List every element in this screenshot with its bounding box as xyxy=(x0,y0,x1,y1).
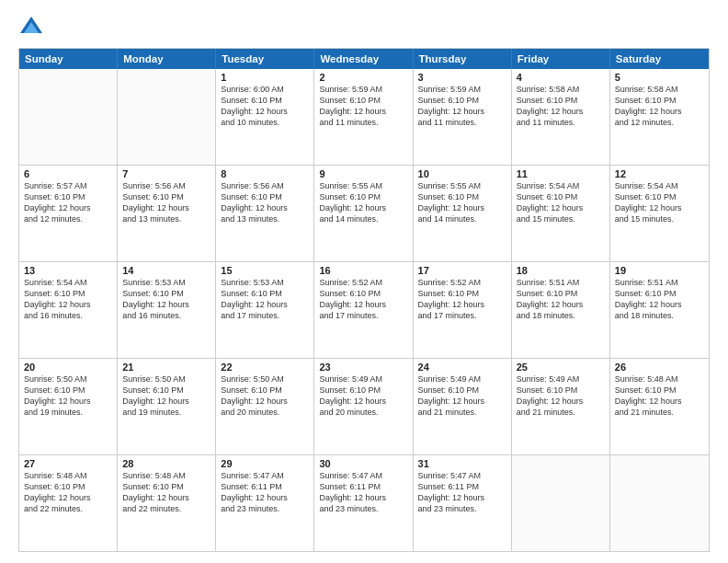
day-number: 21 xyxy=(122,362,210,373)
cell-info: Sunrise: 5:56 AM Sunset: 6:10 PM Dayligh… xyxy=(122,180,210,225)
calendar-cell: 18Sunrise: 5:51 AM Sunset: 6:10 PM Dayli… xyxy=(512,262,610,358)
day-number: 20 xyxy=(24,362,112,373)
calendar-cell: 11Sunrise: 5:54 AM Sunset: 6:10 PM Dayli… xyxy=(512,166,610,261)
page: SundayMondayTuesdayWednesdayThursdayFrid… xyxy=(0,0,728,563)
calendar-cell: 3Sunrise: 5:59 AM Sunset: 6:10 PM Daylig… xyxy=(414,69,512,165)
calendar-cell: 14Sunrise: 5:53 AM Sunset: 6:10 PM Dayli… xyxy=(118,262,216,358)
cell-info: Sunrise: 5:49 AM Sunset: 6:10 PM Dayligh… xyxy=(517,373,605,419)
calendar-cell: 28Sunrise: 5:48 AM Sunset: 6:10 PM Dayli… xyxy=(118,455,216,551)
day-number: 10 xyxy=(418,168,506,179)
day-number: 1 xyxy=(221,72,309,83)
calendar-cell: 21Sunrise: 5:50 AM Sunset: 6:10 PM Dayli… xyxy=(118,359,216,454)
day-number: 22 xyxy=(221,362,309,373)
day-number: 4 xyxy=(517,72,605,83)
calendar-cell: 10Sunrise: 5:55 AM Sunset: 6:10 PM Dayli… xyxy=(414,166,512,261)
calendar-cell: 15Sunrise: 5:53 AM Sunset: 6:10 PM Dayli… xyxy=(216,262,314,358)
day-number: 9 xyxy=(319,168,407,179)
calendar-cell: 6Sunrise: 5:57 AM Sunset: 6:10 PM Daylig… xyxy=(19,166,118,261)
cell-info: Sunrise: 5:54 AM Sunset: 6:10 PM Dayligh… xyxy=(517,180,605,225)
calendar-cell: 8Sunrise: 5:56 AM Sunset: 6:10 PM Daylig… xyxy=(216,166,314,261)
cell-info: Sunrise: 5:48 AM Sunset: 6:10 PM Dayligh… xyxy=(122,470,210,515)
cell-info: Sunrise: 5:49 AM Sunset: 6:10 PM Dayligh… xyxy=(319,373,407,419)
cell-info: Sunrise: 5:53 AM Sunset: 6:10 PM Dayligh… xyxy=(122,277,210,322)
calendar-cell: 4Sunrise: 5:58 AM Sunset: 6:10 PM Daylig… xyxy=(512,69,610,165)
calendar-cell: 24Sunrise: 5:49 AM Sunset: 6:10 PM Dayli… xyxy=(414,359,512,454)
cell-info: Sunrise: 5:47 AM Sunset: 6:11 PM Dayligh… xyxy=(221,470,309,515)
calendar-cell: 22Sunrise: 5:50 AM Sunset: 6:10 PM Dayli… xyxy=(216,359,314,454)
cell-info: Sunrise: 5:47 AM Sunset: 6:11 PM Dayligh… xyxy=(418,470,506,515)
calendar-cell: 17Sunrise: 5:52 AM Sunset: 6:10 PM Dayli… xyxy=(414,262,512,358)
cell-info: Sunrise: 5:59 AM Sunset: 6:10 PM Dayligh… xyxy=(319,84,407,129)
header xyxy=(18,15,710,40)
cell-info: Sunrise: 5:54 AM Sunset: 6:10 PM Dayligh… xyxy=(24,277,112,322)
calendar-week-row: 1Sunrise: 6:00 AM Sunset: 6:10 PM Daylig… xyxy=(19,69,709,165)
cell-info: Sunrise: 5:51 AM Sunset: 6:10 PM Dayligh… xyxy=(517,277,605,322)
day-number: 14 xyxy=(122,265,210,276)
day-number: 16 xyxy=(319,265,407,276)
day-number: 18 xyxy=(517,265,605,276)
cell-info: Sunrise: 5:50 AM Sunset: 6:10 PM Dayligh… xyxy=(122,373,210,419)
day-number: 17 xyxy=(418,265,506,276)
calendar-header-cell: Sunday xyxy=(19,49,118,69)
cell-info: Sunrise: 5:55 AM Sunset: 6:10 PM Dayligh… xyxy=(418,180,506,225)
cell-info: Sunrise: 5:55 AM Sunset: 6:10 PM Dayligh… xyxy=(319,180,407,225)
cell-info: Sunrise: 6:00 AM Sunset: 6:10 PM Dayligh… xyxy=(221,84,309,129)
logo xyxy=(18,15,46,40)
day-number: 15 xyxy=(221,265,309,276)
day-number: 5 xyxy=(615,72,704,83)
calendar-cell: 20Sunrise: 5:50 AM Sunset: 6:10 PM Dayli… xyxy=(19,359,118,454)
calendar-cell xyxy=(118,69,216,165)
calendar-cell: 12Sunrise: 5:54 AM Sunset: 6:10 PM Dayli… xyxy=(610,166,709,261)
day-number: 2 xyxy=(319,72,407,83)
calendar-cell: 1Sunrise: 6:00 AM Sunset: 6:10 PM Daylig… xyxy=(216,69,314,165)
cell-info: Sunrise: 5:48 AM Sunset: 6:10 PM Dayligh… xyxy=(615,373,704,419)
calendar-cell: 19Sunrise: 5:51 AM Sunset: 6:10 PM Dayli… xyxy=(610,262,709,358)
calendar-cell: 30Sunrise: 5:47 AM Sunset: 6:11 PM Dayli… xyxy=(314,455,413,551)
cell-info: Sunrise: 5:51 AM Sunset: 6:10 PM Dayligh… xyxy=(615,277,704,322)
calendar-week-row: 20Sunrise: 5:50 AM Sunset: 6:10 PM Dayli… xyxy=(19,358,709,454)
calendar: SundayMondayTuesdayWednesdayThursdayFrid… xyxy=(18,48,710,552)
day-number: 30 xyxy=(319,458,407,469)
day-number: 8 xyxy=(221,168,309,179)
calendar-cell: 2Sunrise: 5:59 AM Sunset: 6:10 PM Daylig… xyxy=(314,69,413,165)
day-number: 25 xyxy=(517,362,605,373)
cell-info: Sunrise: 5:50 AM Sunset: 6:10 PM Dayligh… xyxy=(221,373,309,419)
calendar-cell: 9Sunrise: 5:55 AM Sunset: 6:10 PM Daylig… xyxy=(314,166,413,261)
calendar-week-row: 6Sunrise: 5:57 AM Sunset: 6:10 PM Daylig… xyxy=(19,165,709,261)
day-number: 3 xyxy=(418,72,506,83)
cell-info: Sunrise: 5:48 AM Sunset: 6:10 PM Dayligh… xyxy=(24,470,112,515)
day-number: 7 xyxy=(122,168,210,179)
cell-info: Sunrise: 5:56 AM Sunset: 6:10 PM Dayligh… xyxy=(221,180,309,225)
day-number: 28 xyxy=(122,458,210,469)
cell-info: Sunrise: 5:53 AM Sunset: 6:10 PM Dayligh… xyxy=(221,277,309,322)
calendar-cell: 29Sunrise: 5:47 AM Sunset: 6:11 PM Dayli… xyxy=(216,455,314,551)
calendar-cell: 27Sunrise: 5:48 AM Sunset: 6:10 PM Dayli… xyxy=(19,455,118,551)
day-number: 27 xyxy=(24,458,112,469)
calendar-cell: 31Sunrise: 5:47 AM Sunset: 6:11 PM Dayli… xyxy=(414,455,512,551)
calendar-week-row: 13Sunrise: 5:54 AM Sunset: 6:10 PM Dayli… xyxy=(19,261,709,358)
calendar-header-cell: Wednesday xyxy=(314,49,413,69)
calendar-cell: 26Sunrise: 5:48 AM Sunset: 6:10 PM Dayli… xyxy=(610,359,709,454)
day-number: 19 xyxy=(615,265,704,276)
day-number: 29 xyxy=(221,458,309,469)
cell-info: Sunrise: 5:50 AM Sunset: 6:10 PM Dayligh… xyxy=(24,373,112,419)
calendar-cell: 13Sunrise: 5:54 AM Sunset: 6:10 PM Dayli… xyxy=(19,262,118,358)
cell-info: Sunrise: 5:49 AM Sunset: 6:10 PM Dayligh… xyxy=(418,373,506,419)
calendar-cell: 7Sunrise: 5:56 AM Sunset: 6:10 PM Daylig… xyxy=(118,166,216,261)
calendar-cell: 23Sunrise: 5:49 AM Sunset: 6:10 PM Dayli… xyxy=(314,359,413,454)
calendar-week-row: 27Sunrise: 5:48 AM Sunset: 6:10 PM Dayli… xyxy=(19,454,709,551)
day-number: 31 xyxy=(418,458,506,469)
day-number: 12 xyxy=(615,168,704,179)
calendar-cell xyxy=(512,455,610,551)
calendar-header-cell: Thursday xyxy=(414,49,512,69)
cell-info: Sunrise: 5:57 AM Sunset: 6:10 PM Dayligh… xyxy=(24,180,112,225)
day-number: 6 xyxy=(24,168,112,179)
cell-info: Sunrise: 5:52 AM Sunset: 6:10 PM Dayligh… xyxy=(418,277,506,322)
day-number: 23 xyxy=(319,362,407,373)
calendar-cell: 16Sunrise: 5:52 AM Sunset: 6:10 PM Dayli… xyxy=(314,262,413,358)
cell-info: Sunrise: 5:58 AM Sunset: 6:10 PM Dayligh… xyxy=(615,84,704,129)
calendar-cell: 5Sunrise: 5:58 AM Sunset: 6:10 PM Daylig… xyxy=(610,69,709,165)
calendar-body: 1Sunrise: 6:00 AM Sunset: 6:10 PM Daylig… xyxy=(19,69,709,551)
calendar-header-cell: Friday xyxy=(512,49,610,69)
day-number: 24 xyxy=(418,362,506,373)
